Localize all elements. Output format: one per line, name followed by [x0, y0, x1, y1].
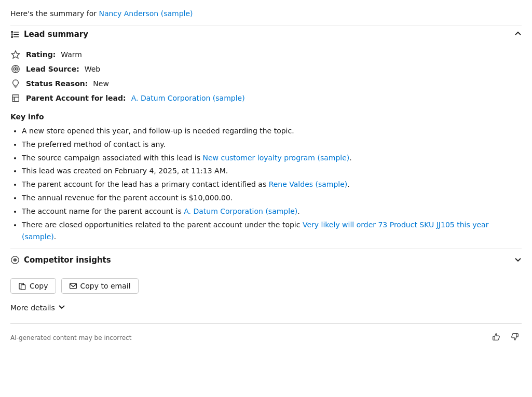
key-info-section: Key info A new store opened this year, a…	[10, 107, 522, 249]
rating-label: Rating:	[26, 50, 56, 59]
target-icon	[10, 64, 21, 74]
footer-bar: AI-generated content may be incorrect	[10, 323, 522, 347]
key-info-title: Key info	[10, 113, 522, 121]
competitor-insights-header[interactable]: Competitor insights	[10, 249, 522, 271]
competitor-chevron	[514, 256, 522, 265]
copy-icon	[18, 282, 26, 290]
thumbs-down-icon	[510, 332, 520, 344]
status-reason-value: New	[93, 79, 109, 88]
list-item: This lead was created on February 4, 202…	[22, 165, 522, 177]
svg-rect-16	[12, 95, 19, 102]
parent-account-link[interactable]: A. Datum Corporation (sample)	[131, 94, 245, 102]
svg-marker-6	[11, 51, 19, 58]
field-parent-account: Parent Account for lead: A. Datum Corpor…	[10, 91, 522, 105]
rating-value: Warm	[61, 50, 82, 59]
ai-disclaimer: AI-generated content may be incorrect	[10, 334, 131, 341]
list-item: A new store opened this year, and follow…	[22, 125, 522, 138]
lead-summary-icon	[10, 30, 20, 39]
svg-rect-2	[11, 34, 13, 35]
more-details-chevron	[58, 303, 65, 312]
status-reason-label: Status Reason:	[26, 79, 88, 88]
thumbs-up-icon	[492, 332, 501, 344]
copy-label: Copy	[30, 282, 48, 290]
competitor-icon	[10, 255, 20, 265]
lead-summary-title: Lead summary	[24, 30, 88, 39]
parent-account-label: Parent Account for lead:	[26, 94, 126, 102]
svg-point-21	[15, 259, 16, 261]
svg-rect-23	[70, 283, 76, 289]
copy-to-email-label: Copy to email	[80, 282, 131, 290]
thumbs-down-button[interactable]	[508, 331, 522, 345]
lightbulb-icon	[10, 79, 21, 88]
list-item: The source campaign associated with this…	[22, 152, 522, 165]
lead-summary-chevron	[514, 30, 522, 39]
lead-source-value: Web	[85, 65, 101, 73]
intro-text: Here's the summary for	[10, 9, 99, 18]
field-status-reason: Status Reason: New	[10, 76, 522, 91]
key-info-list: A new store opened this year, and follow…	[10, 125, 522, 243]
thumbs-up-button[interactable]	[489, 331, 503, 345]
lead-summary-header[interactable]: Lead summary	[10, 25, 522, 43]
account-name-link[interactable]: A. Datum Corporation (sample)	[184, 207, 297, 215]
more-details-label: More details	[10, 304, 55, 312]
campaign-link[interactable]: New customer loyalty program (sample)	[202, 154, 349, 162]
intro-line: Here's the summary for Nancy Anderson (s…	[10, 9, 522, 18]
competitor-insights-title: Competitor insights	[24, 255, 111, 265]
lead-source-label: Lead Source:	[26, 65, 79, 73]
svg-point-9	[15, 69, 17, 70]
field-lead-source: Lead Source: Web	[10, 62, 522, 76]
lead-fields: Rating: Warm Lead Source: Web	[10, 43, 522, 107]
list-item: The parent account for the lead has a pr…	[22, 179, 522, 191]
action-buttons: Copy Copy to email	[10, 271, 522, 300]
list-item: The preferred method of contact is any.	[22, 139, 522, 151]
list-item: There are closed opportunities related t…	[22, 219, 522, 244]
svg-rect-4	[11, 36, 13, 38]
svg-rect-0	[11, 32, 13, 33]
building-icon	[10, 93, 21, 103]
field-rating: Rating: Warm	[10, 47, 522, 62]
email-icon	[69, 282, 77, 290]
lead-summary-header-left: Lead summary	[10, 30, 88, 39]
list-item: The account name for the parent account …	[22, 206, 522, 218]
contact-link[interactable]: Rene Valdes (sample)	[269, 180, 348, 188]
lead-name-link[interactable]: Nancy Anderson (sample)	[99, 9, 193, 18]
copy-to-email-button[interactable]: Copy to email	[61, 278, 139, 294]
competitor-header-left: Competitor insights	[10, 255, 111, 265]
svg-rect-22	[21, 285, 25, 290]
star-icon	[10, 50, 21, 59]
feedback-icons	[489, 331, 522, 345]
more-details-toggle[interactable]: More details	[10, 300, 522, 315]
copy-button[interactable]: Copy	[10, 278, 56, 294]
list-item: The annual revenue for the parent accoun…	[22, 192, 522, 204]
